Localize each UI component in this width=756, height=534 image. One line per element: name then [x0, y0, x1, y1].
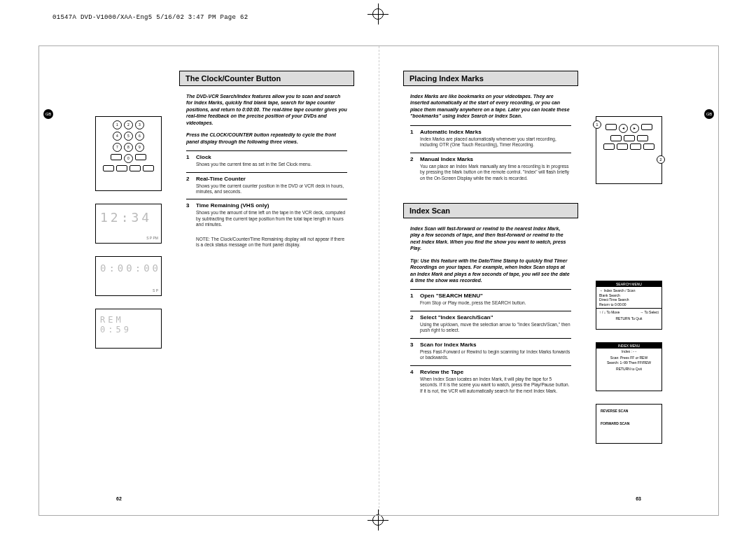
step-row: 2 Manual Index Marks You can place an In…: [410, 153, 571, 185]
page-spread: GB 123 456 789 0 12:34 S P PM 0:00:00 S …: [38, 45, 719, 516]
intro-paragraph: Index Scan will fast-forward or rewind t…: [410, 225, 571, 252]
step-row: 2 Real-Time Counter Shows you the curren…: [186, 172, 347, 199]
step-row: 2 Select "Index Search/Scan" Using the u…: [410, 311, 571, 338]
step-row: 1 Automatic Index Marks Index Marks are …: [410, 125, 571, 153]
step-row: 1 Open "SEARCH MENU" From Stop or Play m…: [410, 289, 571, 310]
page-63: GB Placing Index Marks Index Marks are l…: [379, 46, 718, 515]
step-row: 4 Review the Tape When Index Scan locate…: [410, 365, 571, 398]
left-image-column: 123 456 789 0 12:34 S P PM 0:00:00 S P R…: [95, 116, 162, 361]
language-badge: GB: [704, 109, 714, 119]
right-text-column: Placing Index Marks Index Marks are like…: [403, 71, 578, 398]
step-row: 3 Time Remaining (VHS only) Shows you th…: [186, 199, 347, 232]
display-counter: 0:00:00 S P: [95, 256, 162, 296]
section-title-placing-marks: Placing Index Marks: [403, 71, 578, 86]
section-title-index-scan: Index Scan: [403, 203, 578, 218]
osd-search-menu: SEARCH MENU → Index Search / Scan Blank …: [596, 281, 662, 330]
osd-index-menu: INDEX MENU Index : - - Scan: Press FF or…: [596, 342, 662, 391]
step-row: 3 Scan for Index Marks Press Fast-Forwar…: [410, 338, 571, 365]
intro-paragraph: Index Marks are like bookmarks on your v…: [410, 93, 571, 120]
remote-illustration: 1 2 ◄►: [596, 116, 662, 184]
display-clock: 12:34 S P PM: [95, 204, 162, 244]
section-title-clock-counter: The Clock/Counter Button: [179, 71, 354, 86]
page-number: 62: [116, 496, 122, 501]
osd-scan-direction: REVERSE SCAN FORWARD SCAN: [596, 404, 662, 444]
right-image-column: 1 2 ◄► SEARCH MENU → Index Search / Scan…: [596, 116, 662, 456]
page-62: GB 123 456 789 0 12:34 S P PM 0:00:00 S …: [39, 46, 379, 515]
intro-paragraph-2: Press the CLOCK/COUNTER button repeatedl…: [186, 132, 347, 145]
left-text-column: The Clock/Counter Button The DVD-VCR Sea…: [179, 71, 354, 248]
language-badge: GB: [43, 109, 53, 119]
step-row: 1 Clock Shows you the current time as se…: [186, 150, 347, 171]
intro-paragraph: The DVD-VCR Search/Index features allow …: [186, 93, 347, 126]
crop-mark-top: [368, 3, 388, 24]
page-number: 63: [636, 496, 641, 501]
remote-illustration: 123 456 789 0: [95, 116, 162, 191]
note-text: NOTE: The Clock/Counter/Time Remaining d…: [196, 237, 347, 248]
print-header: 01547A DVD-V1000/XAA-Eng5 5/16/02 3:47 P…: [52, 14, 248, 21]
tip-paragraph: Tip: Use this feature with the Date/Time…: [410, 258, 571, 284]
display-remaining: REM 0:59: [95, 309, 162, 349]
